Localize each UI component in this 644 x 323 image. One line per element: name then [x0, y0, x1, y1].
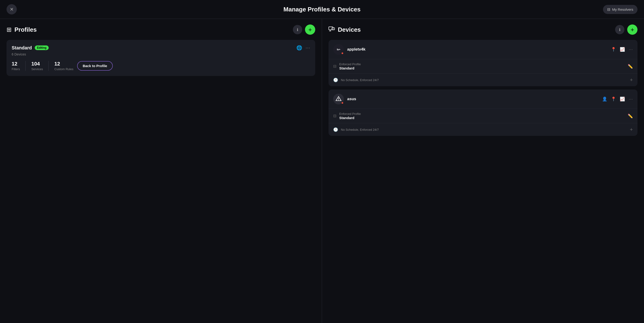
clock-icon: 🕐 — [333, 78, 338, 82]
devices-info-icon: ℹ — [619, 28, 620, 32]
asus-schedule-left: 🕐 No Schedule, Enforced 24/7 — [333, 127, 379, 132]
filters-count: 12 — [12, 61, 20, 67]
profile-devices-count: 6 Devices — [12, 52, 310, 56]
devices-header-left: Devices — [328, 26, 361, 34]
device-left-appletv4k: tv+ appletv4k — [333, 44, 365, 55]
appletv4k-profile-left: ⊟ Enforced Profile Standard — [333, 62, 361, 70]
devices-icon — [328, 26, 335, 34]
profiles-info-button[interactable]: ℹ — [293, 25, 302, 34]
appletv4k-schedule-row: 🕐 No Schedule, Enforced 24/7 + — [328, 74, 638, 86]
asus-profile-value: Standard — [339, 116, 361, 120]
asus-profile-info: Enforced Profile Standard — [339, 112, 361, 120]
profile-card-icons: 🌐 ⋯ — [296, 45, 310, 50]
custom-rules-label: Custom Rules — [54, 67, 74, 71]
appletv4k-name: appletv4k — [347, 47, 365, 52]
asus-name: asus — [347, 97, 356, 101]
page-title: Manage Profiles & Devices — [284, 6, 361, 13]
filters-label: Filters — [12, 67, 20, 71]
appletv4k-schedule-label: No Schedule, Enforced 24/7 — [341, 78, 379, 82]
close-button[interactable]: ✕ — [6, 4, 17, 14]
profile-sub-icon: ⊟ — [333, 64, 336, 69]
asus-more-icon: ⋯ — [628, 96, 633, 102]
asus-analytics-icon: 📈 — [620, 96, 625, 102]
devices-header-right: ℹ + — [615, 24, 638, 35]
resolvers-icon: ⊟ — [607, 7, 610, 12]
globe-icon: 🌐 — [296, 45, 302, 50]
appletv4k-more-button[interactable]: ⋯ — [628, 47, 633, 52]
profiles-add-button[interactable]: + — [305, 24, 315, 35]
appletv4k-status-dot — [341, 52, 344, 54]
asus-profile-edit-button[interactable]: ✏️ — [628, 114, 633, 118]
header: ✕ Manage Profiles & Devices ⊟ My Resolve… — [0, 0, 644, 19]
asus-location-button-1[interactable]: 👤 — [602, 96, 607, 102]
device-main-row-appletv4k: tv+ appletv4k 📍 📈 ⋯ — [328, 40, 638, 59]
appletv4k-avatar: tv+ — [333, 44, 344, 55]
asus-more-button[interactable]: ⋯ — [628, 96, 633, 102]
asus-schedule-label: No Schedule, Enforced 24/7 — [341, 128, 379, 132]
appletv4k-location-button[interactable]: 📍 — [611, 47, 616, 52]
devices-panel: Devices ℹ + tv+ appletv4k — [322, 19, 644, 323]
appletv4k-profile-info: Enforced Profile Standard — [339, 62, 361, 70]
profile-title-row: Standard Editing — [12, 45, 49, 50]
edit-icon: ✏️ — [628, 64, 633, 69]
appletv-avatar-text: tv+ — [337, 48, 340, 51]
location-icon: 📍 — [611, 47, 616, 52]
location-icon-1: 👤 — [602, 96, 607, 102]
schedule-add-icon: + — [630, 77, 633, 83]
devices-info-button[interactable]: ℹ — [615, 25, 624, 34]
appletv4k-profile-value: Standard — [339, 66, 361, 70]
editing-badge: Editing — [35, 46, 49, 50]
close-icon: ✕ — [10, 6, 14, 12]
location-icon-2: 📍 — [611, 96, 616, 102]
back-to-profile-button[interactable]: Back to Profile — [77, 61, 113, 70]
stat-custom-rules: 12 Custom Rules — [54, 61, 74, 71]
asus-edit-icon: ✏️ — [628, 114, 633, 118]
device-left-asus: asus — [333, 94, 356, 104]
devices-title: Devices — [338, 26, 361, 33]
asus-clock-icon: 🕐 — [333, 127, 338, 132]
profiles-header-right: ℹ + — [293, 24, 315, 35]
asus-avatar — [333, 94, 344, 104]
profile-more-button[interactable]: ⋯ — [306, 45, 310, 50]
appletv4k-profile-edit-button[interactable]: ✏️ — [628, 64, 633, 69]
profile-name: Standard — [12, 45, 32, 50]
more-icon: ⋯ — [306, 45, 310, 50]
device-right-asus: 👤 📍 📈 ⋯ — [602, 96, 633, 102]
appletv4k-more-icon: ⋯ — [628, 47, 633, 52]
profiles-header-left: ⊞ Profiles — [6, 26, 36, 33]
asus-profile-row: ⊟ Enforced Profile Standard ✏️ — [328, 108, 638, 123]
asus-profile-sub-icon: ⊟ — [333, 114, 336, 118]
asus-schedule-add-button[interactable]: + — [630, 126, 633, 132]
profile-stats: 12 Filters 104 Services 12 Custom Rules … — [12, 61, 310, 71]
stat-filters: 12 Filters — [12, 61, 26, 71]
resolvers-label: My Resolvers — [612, 8, 633, 12]
stat-services: 104 Services — [31, 61, 49, 71]
asus-profile-left: ⊟ Enforced Profile Standard — [333, 112, 361, 120]
appletv4k-profile-label: Enforced Profile — [339, 62, 361, 66]
profiles-info-icon: ℹ — [297, 28, 298, 32]
profiles-panel-header: ⊞ Profiles ℹ + — [6, 24, 315, 35]
appletv4k-schedule-add-button[interactable]: + — [630, 77, 633, 83]
custom-rules-count: 12 — [54, 61, 74, 67]
device-main-row-asus: asus 👤 📍 📈 ⋯ — [328, 90, 638, 108]
devices-add-icon: + — [630, 26, 634, 33]
device-card-asus: asus 👤 📍 📈 ⋯ — [328, 90, 638, 136]
profile-globe-button[interactable]: 🌐 — [296, 45, 302, 50]
main-content: ⊞ Profiles ℹ + Standard Editing — [0, 19, 644, 323]
appletv4k-analytics-button[interactable]: 📈 — [620, 47, 625, 52]
asus-profile-label: Enforced Profile — [339, 112, 361, 116]
profiles-title: Profiles — [14, 26, 36, 33]
my-resolvers-button[interactable]: ⊟ My Resolvers — [603, 5, 638, 14]
asus-schedule-add-icon: + — [630, 126, 633, 132]
asus-location-button-2[interactable]: 📍 — [611, 96, 616, 102]
profile-card-header: Standard Editing 🌐 ⋯ — [12, 45, 310, 50]
appletv4k-schedule-left: 🕐 No Schedule, Enforced 24/7 — [333, 78, 379, 82]
analytics-icon: 📈 — [620, 47, 625, 52]
services-count: 104 — [31, 61, 43, 67]
asus-analytics-button[interactable]: 📈 — [620, 96, 625, 102]
profiles-panel: ⊞ Profiles ℹ + Standard Editing — [0, 19, 322, 323]
svg-rect-0 — [329, 27, 333, 30]
svg-point-6 — [338, 100, 339, 101]
services-label: Services — [31, 67, 43, 71]
devices-add-button[interactable]: + — [627, 24, 638, 35]
